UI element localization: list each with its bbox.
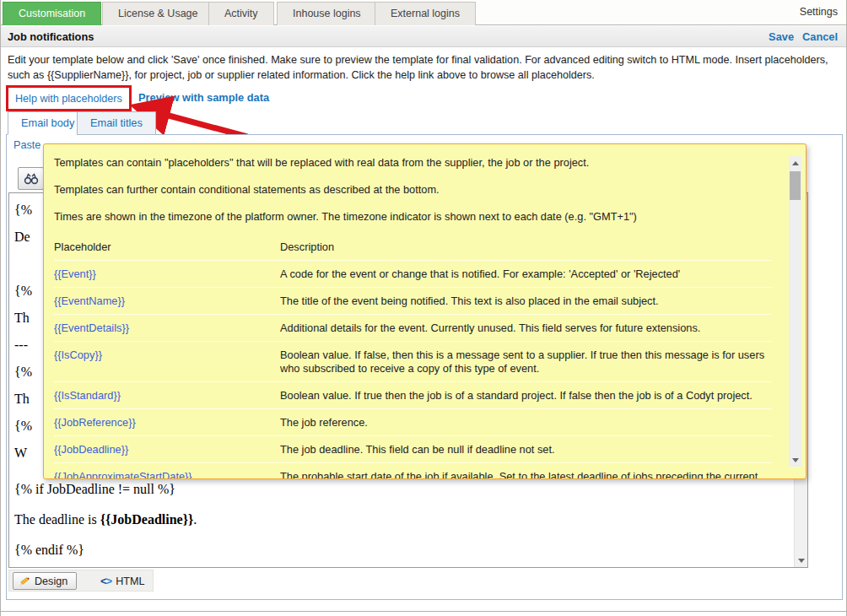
table-row: {{EventDetails}} Additional details for … [54, 314, 772, 341]
editor-line: {% [14, 284, 32, 299]
placeholder-link[interactable]: {{Event}} [54, 267, 96, 280]
scroll-down-icon[interactable] [789, 453, 801, 467]
editor-line-deadline: The deadline is {{JobDeadline}}. [14, 512, 197, 527]
placeholder-link[interactable]: {{EventDetails}} [54, 322, 129, 334]
placeholder-link[interactable]: {{JobApproximateStartDate}} [54, 470, 192, 479]
placeholder-link[interactable]: {{IsStandard}} [54, 389, 121, 402]
table-row: {{JobReference}} The job reference. [54, 408, 772, 435]
placeholder-link[interactable]: {{JobDeadline}} [54, 443, 128, 456]
editor-line: {% [14, 203, 32, 218]
placeholder-description: The title of the event being notified. T… [280, 288, 772, 314]
editor-line: {% [14, 419, 32, 434]
tab-customisation[interactable]: Customisation [3, 2, 101, 25]
scroll-up-icon[interactable] [789, 156, 801, 170]
paste-link[interactable]: Paste [13, 139, 40, 151]
mode-switch-bar: Design <> HTML [8, 570, 154, 592]
page-bottom-border [1, 611, 846, 616]
editor-line: --- [14, 338, 28, 353]
placeholders-help-tooltip: Templates can contain "placeholders" tha… [43, 143, 807, 479]
table-row: {{JobApproximateStartDate}} The probable… [54, 462, 772, 479]
col-header-description: Description [280, 234, 772, 260]
table-row: {{IsStandard}} Boolean value. If true th… [54, 381, 772, 408]
top-tab-strip: Customisation License & Usage Activity I… [1, 0, 846, 25]
deadline-text: The deadline is [14, 512, 100, 527]
placeholder-description: Boolean value. If false, then this is a … [280, 342, 772, 381]
editor-line: Th [14, 311, 30, 326]
tab-external-logins[interactable]: External logins [375, 2, 476, 25]
deadline-placeholder: {{JobDeadline}} [100, 512, 194, 527]
editor-line: W [14, 446, 27, 461]
annotation-box: Help with placeholders [6, 85, 132, 111]
code-icon: <> [100, 575, 111, 587]
settings-link[interactable]: Settings [800, 6, 838, 18]
page-title: Job notifications [8, 30, 94, 43]
table-row: {{EventName}} The title of the event bei… [54, 287, 772, 314]
editor-line: {% [14, 365, 32, 380]
save-button[interactable]: Save [769, 30, 794, 43]
scrollbar-thumb[interactable] [790, 171, 801, 200]
placeholder-description: A code for the event or change that is n… [280, 261, 772, 287]
placeholder-description: Additional details for the event. Curren… [280, 315, 772, 341]
tooltip-intro-line: Templates can further contain conditiona… [54, 176, 772, 203]
tab-email-titles[interactable]: Email titles [77, 111, 156, 135]
editor-line-endif: {% endif %} [14, 543, 84, 558]
placeholder-link[interactable]: {{EventName}} [54, 294, 125, 307]
placeholder-link[interactable]: {{JobReference}} [54, 416, 136, 429]
design-label: Design [35, 575, 67, 587]
tooltip-intro-line: Times are shown in the timezone of the p… [54, 203, 772, 230]
html-label: HTML [116, 575, 144, 587]
intro-text: Edit your template below and click 'Save… [8, 52, 843, 83]
preview-with-sample-data-link[interactable]: Preview with sample data [138, 91, 269, 104]
tab-activity[interactable]: Activity [208, 2, 274, 25]
cancel-button[interactable]: Cancel [802, 30, 838, 43]
tab-inhouse-logins[interactable]: Inhouse logins [277, 2, 377, 25]
binoculars-icon [24, 173, 39, 185]
section-header: Job notifications Save Cancel [1, 26, 846, 47]
html-mode-button[interactable]: <> HTML [94, 572, 151, 590]
placeholder-description: The probable start date of the job if av… [280, 463, 772, 479]
placeholders-table: Placeholder Description {{Event}} A code… [54, 234, 772, 479]
editor-line: De [14, 230, 30, 245]
tooltip-scrollbar[interactable] [789, 156, 801, 467]
placeholder-link[interactable]: {{IsCopy}} [54, 349, 102, 361]
table-row: {{JobDeadline}} The job deadline. This f… [54, 435, 772, 462]
tooltip-intro-line: Templates can contain "placeholders" tha… [54, 149, 772, 176]
table-row: {{Event}} A code for the event or change… [54, 260, 772, 287]
deadline-period: . [193, 512, 197, 527]
scroll-down-icon[interactable] [795, 554, 807, 567]
placeholder-description: Boolean value. If true then the job is o… [280, 382, 772, 408]
placeholder-description: The job deadline. This field can be null… [280, 436, 772, 462]
table-header-row: Placeholder Description [54, 234, 772, 260]
placeholder-description: The job reference. [280, 409, 772, 435]
find-button[interactable] [18, 167, 44, 190]
editor-line: Th [14, 392, 30, 407]
tab-license-usage[interactable]: License & Usage [102, 2, 214, 25]
design-mode-button[interactable]: Design [13, 572, 77, 590]
table-row: {{IsCopy}} Boolean value. If false, then… [54, 341, 772, 381]
app-window: Customisation License & Usage Activity I… [0, 0, 847, 616]
pencil-icon [19, 575, 30, 587]
help-with-placeholders-link[interactable]: Help with placeholders [15, 93, 122, 105]
col-header-placeholder: Placeholder [54, 234, 280, 259]
editor-line-if: {% if JobDeadline != null %} [14, 482, 175, 497]
